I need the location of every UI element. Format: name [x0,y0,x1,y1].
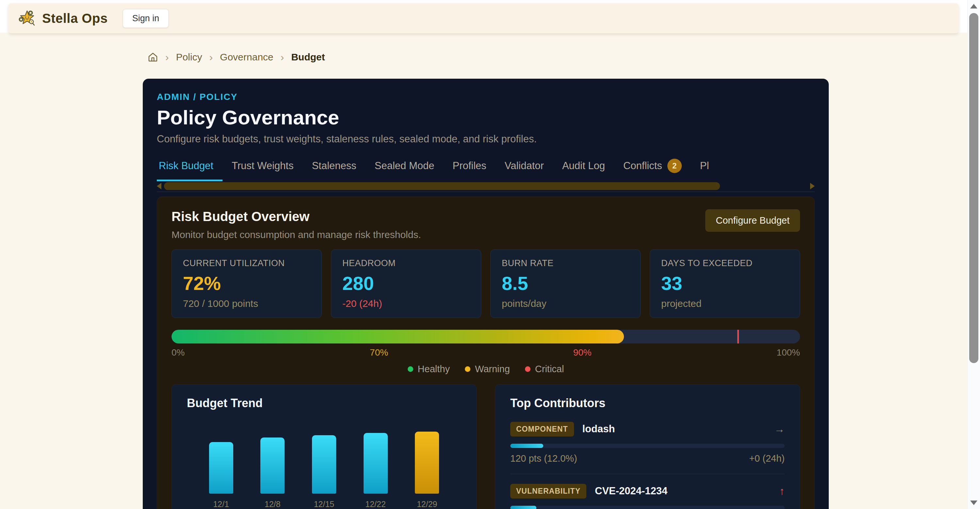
stat-card-burn-rate: BURN RATE8.5points/day [490,249,641,318]
brand-title: Stella Ops [42,11,108,26]
tab-label: Risk Budget [159,160,213,172]
tab-bar: Risk BudgetTrust WeightsStalenessSealed … [157,157,815,181]
contributor-item-cve-2024-1234[interactable]: VULNERABILITYCVE-2024-1234↑95 pts (9.5%)… [510,484,785,509]
stat-value: 72% [183,274,310,293]
breadcrumb-separator: › [165,52,169,62]
page-eyebrow: ADMIN / POLICY [157,92,815,102]
tab-sealed-mode[interactable]: Sealed Mode [366,157,444,181]
configure-budget-button[interactable]: Configure Budget [705,209,800,232]
tab-label: Audit Log [562,160,605,172]
chart-bar-column [364,431,388,494]
chart-bar-12-22 [364,433,388,494]
chart-x-label: 12/29 [415,499,439,509]
tab-trust-weights[interactable]: Trust Weights [223,157,303,181]
scroll-left-arrow-icon[interactable] [157,183,161,189]
breadcrumb: › Policy › Governance › Budget [148,52,325,63]
stat-card-headroom: HEADROOM280-20 (24h) [331,249,481,318]
tab-conflicts[interactable]: Conflicts2 [614,157,691,181]
page-vertical-scrollbar[interactable] [967,0,980,509]
breadcrumb-current: Budget [291,52,325,63]
stat-label: CURRENT UTILIZATION [183,258,310,268]
top-bar: Stella Ops Sign in [8,3,959,33]
legend-dot-icon [465,366,470,372]
stat-card-days-to-exceeded: DAYS TO EXCEEDED33projected [650,249,800,318]
contributor-item-lodash[interactable]: COMPONENTlodash→120 pts (12.0%)+0 (24h) [510,422,785,464]
legend-label: Critical [535,364,564,374]
tab-risk-budget[interactable]: Risk Budget [157,157,223,181]
policy-governance-panel: ADMIN / POLICY Policy Governance Configu… [143,79,829,509]
contributor-type-badge: COMPONENT [510,422,574,436]
tab-audit-log[interactable]: Audit Log [553,157,614,181]
stat-label: DAYS TO EXCEEDED [661,258,789,268]
sign-in-button[interactable]: Sign in [123,9,169,28]
breadcrumb-link-policy[interactable]: Policy [176,52,202,63]
breadcrumb-link-governance[interactable]: Governance [220,52,273,63]
chart-x-label: 12/8 [260,499,285,509]
tab-label: Trust Weights [232,160,294,172]
contributor-divider [510,474,785,474]
tab-label: Sealed Mode [375,160,434,172]
tab-profiles[interactable]: Profiles [443,157,495,181]
stella-ops-logo-icon [18,9,36,27]
tab-badge-count: 2 [667,159,682,173]
vertical-scrollbar-thumb[interactable] [969,13,978,363]
tab-pl[interactable]: Pl [691,157,718,181]
budget-trend-card: Budget Trend 12/112/812/1512/2212/29 [172,384,477,509]
top-contributors-title: Top Contributors [510,396,785,410]
trend-up-arrow-icon[interactable]: ↑ [780,485,785,497]
overview-subtitle: Monitor budget consumption and manage ri… [172,229,421,240]
contributor-progress-track [510,506,785,509]
stat-card-current-utilization: CURRENT UTILIZATION72%720 / 1000 points [172,249,322,318]
chart-x-label: 12/1 [209,499,233,509]
stat-value: 280 [342,274,470,293]
chart-bar-column [415,431,439,494]
tab-bar-divider [157,192,815,192]
legend-item-healthy: Healthy [408,364,450,374]
contributor-points: 120 pts (12.0%) [510,453,577,464]
tab-staleness[interactable]: Staleness [303,157,366,181]
tabs-horizontal-scrollbar[interactable] [157,182,815,190]
contributor-progress-fill [510,506,536,509]
contributor-type-badge: VULNERABILITY [510,484,586,499]
legend-dot-icon [408,366,413,372]
contributor-name: lodash [582,423,615,435]
stat-subtext: points/day [502,298,629,309]
tab-label: Profiles [452,160,486,172]
tab-validator[interactable]: Validator [496,157,553,181]
stat-subtext: 720 / 1000 points [183,298,310,309]
breadcrumb-separator: › [281,52,284,62]
budget-trend-x-labels: 12/112/812/1512/2212/29 [187,499,461,509]
chart-bar-12-1 [209,442,233,494]
top-contributors-card: Top Contributors COMPONENTlodash→120 pts… [495,384,800,509]
right-arrow-icon[interactable]: → [774,423,785,435]
brand[interactable]: Stella Ops [18,9,108,27]
stat-label: BURN RATE [502,258,629,268]
scroll-up-button[interactable] [967,0,980,13]
chart-x-label: 12/15 [312,499,336,509]
tabs-scrollbar-thumb[interactable] [164,182,720,190]
meter-fill [172,330,624,344]
tab-label: Staleness [312,160,356,172]
budget-trend-chart [187,431,461,494]
stat-value: 8.5 [502,274,629,293]
chart-bar-12-15 [312,435,336,494]
contributor-progress-fill [510,444,543,448]
legend-item-warning: Warning [465,364,510,374]
chart-bar-column [312,431,336,494]
chart-bar-12-8 [260,438,285,494]
legend-item-critical: Critical [525,364,564,374]
meter-threshold-labels: 0%70%90%100% [172,347,800,358]
scroll-right-arrow-icon[interactable] [810,183,815,189]
budget-trend-title: Budget Trend [187,396,461,410]
page-title: Policy Governance [157,107,815,128]
scroll-down-button[interactable] [967,496,980,509]
meter-label-70-: 70% [370,347,388,358]
breadcrumb-separator: › [209,52,213,62]
tab-label: Conflicts [623,160,662,172]
meter-critical-marker [737,330,739,344]
chart-x-label: 12/22 [364,499,388,509]
chart-bar-12-29 [415,431,439,494]
chart-bar-column [209,431,233,494]
home-icon[interactable] [148,52,158,62]
meter-label-100-: 100% [776,347,800,358]
